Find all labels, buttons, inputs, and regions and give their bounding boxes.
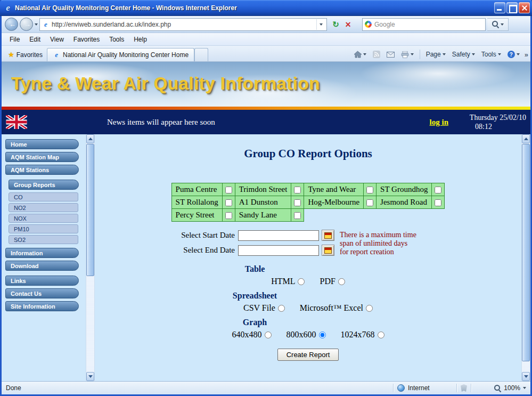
create-report-button[interactable]: Create Report — [277, 349, 339, 361]
sidebar-item-no2[interactable]: NO2 — [9, 203, 78, 212]
sidebar-item-co[interactable]: CO — [9, 192, 78, 201]
security-zone[interactable]: Internet — [397, 384, 453, 392]
menu-file[interactable]: File — [5, 34, 24, 45]
maximize-button[interactable] — [506, 2, 518, 13]
sidebar-item-group-reports[interactable]: Group Reports — [9, 180, 79, 190]
home-button[interactable] — [352, 50, 368, 59]
stop-button[interactable]: ✕ — [342, 18, 354, 30]
feeds-button[interactable] — [371, 50, 382, 59]
excel-radio[interactable] — [366, 305, 373, 312]
overflow-chevron-icon[interactable]: » — [525, 51, 528, 59]
start-date-input[interactable] — [238, 230, 319, 241]
option-pdf[interactable]: PDF — [320, 277, 345, 286]
scroll-track[interactable] — [522, 143, 530, 372]
tab-current-page[interactable]: e National Air Quality Monitoring Center… — [47, 48, 194, 61]
option-csv[interactable]: CSV File — [243, 303, 285, 312]
sidebar-item-links[interactable]: Links — [5, 276, 79, 286]
sidebar-item-aqm-station-map[interactable]: AQM Station Map — [5, 152, 79, 162]
size-1024-radio[interactable] — [378, 332, 384, 338]
safety-menu-button[interactable]: Safety — [451, 50, 477, 59]
chevron-down-icon — [472, 53, 475, 55]
station-checkbox-puma-centre[interactable] — [225, 187, 232, 193]
scroll-thumb[interactable] — [86, 144, 94, 276]
pdf-radio[interactable] — [338, 278, 345, 285]
size-640-radio[interactable] — [265, 332, 272, 338]
scroll-down-button[interactable] — [86, 372, 94, 381]
search-input[interactable] — [372, 20, 483, 29]
new-tab-stub[interactable] — [194, 48, 208, 61]
scroll-up-button[interactable] — [86, 134, 94, 143]
sidebar-item-nox[interactable]: NOX — [9, 214, 78, 223]
station-checkbox-hog-melbourne[interactable] — [366, 199, 373, 206]
station-checkbox-trimdon-street[interactable] — [294, 187, 301, 193]
size-800-radio[interactable] — [319, 332, 326, 338]
url-input[interactable] — [50, 20, 316, 29]
chevron-down-icon — [517, 53, 520, 55]
zoom-control[interactable]: 100% — [475, 384, 526, 392]
address-dropdown-button[interactable] — [316, 19, 325, 30]
menu-bar: File Edit View Favorites Tools Help — [2, 33, 530, 46]
option-excel[interactable]: Microsoft™ Excel — [300, 303, 373, 312]
csv-radio[interactable] — [278, 305, 285, 312]
station-checkbox-st-rollalong[interactable] — [225, 199, 232, 206]
menu-edit[interactable]: Edit — [24, 34, 45, 45]
sidebar-item-contact-us[interactable]: Contact Us — [5, 288, 79, 298]
sidebar-item-so2[interactable]: SO2 — [9, 235, 78, 244]
separator — [456, 384, 457, 392]
sidebar-item-download[interactable]: Download — [5, 261, 79, 271]
scroll-track[interactable] — [86, 143, 94, 372]
station-checkbox-st-groundhog[interactable] — [435, 187, 441, 193]
back-button[interactable]: ← — [5, 18, 18, 31]
option-html[interactable]: HTML — [271, 277, 305, 286]
chevron-down-icon — [411, 53, 414, 55]
end-date-calendar-button[interactable] — [322, 245, 334, 256]
menu-view[interactable]: View — [45, 34, 69, 45]
option-1024x768[interactable]: 1024x768 — [341, 330, 384, 339]
sidebar-scrollbar[interactable] — [86, 134, 95, 381]
station-checkbox-percy-street[interactable] — [225, 212, 232, 219]
scroll-up-button[interactable] — [522, 134, 530, 143]
sidebar-item-home[interactable]: Home — [5, 139, 79, 149]
start-date-calendar-button[interactable] — [322, 230, 334, 241]
close-button[interactable] — [519, 2, 530, 13]
back-arrow-icon: ← — [9, 22, 14, 27]
page-scrollbar[interactable] — [521, 134, 530, 381]
chevron-down-icon — [363, 53, 366, 55]
menu-tools[interactable]: Tools — [104, 34, 129, 45]
favorites-button[interactable]: ★ Favorites — [4, 49, 47, 61]
window-controls — [494, 2, 530, 13]
scroll-thumb[interactable] — [522, 144, 530, 361]
page-menu-button[interactable]: Page — [424, 50, 447, 59]
station-checkbox-tyne-and-wear[interactable] — [366, 187, 373, 193]
feed-icon — [373, 51, 380, 58]
current-date: Thursday 25/02/10 — [456, 113, 526, 123]
status-text: Done — [6, 384, 21, 392]
menu-favorites[interactable]: Favorites — [69, 34, 104, 45]
sidebar-item-pm10[interactable]: PM10 — [9, 224, 78, 233]
sidebar-item-site-information[interactable]: Site Information — [5, 301, 79, 311]
option-800x600[interactable]: 800x600 — [287, 330, 326, 339]
help-menu-button[interactable]: ? — [506, 50, 521, 59]
tools-menu-button[interactable]: Tools — [480, 50, 503, 59]
print-button[interactable] — [399, 50, 415, 59]
history-dropdown-icon[interactable] — [35, 23, 38, 26]
scroll-down-button[interactable] — [522, 372, 530, 381]
station-checkbox-sandy-lane[interactable] — [294, 212, 301, 219]
refresh-button[interactable]: ↻ — [330, 18, 342, 30]
minimize-button[interactable] — [494, 2, 505, 13]
forward-button[interactable]: → — [20, 18, 33, 31]
page-favicon: e — [42, 20, 50, 29]
sidebar-item-information[interactable]: Information — [5, 248, 79, 258]
html-radio[interactable] — [298, 278, 305, 285]
login-link[interactable]: log in — [430, 118, 448, 127]
option-640x480[interactable]: 640x480 — [232, 330, 272, 339]
menu-help[interactable]: Help — [129, 34, 152, 45]
tab-favicon: e — [53, 51, 60, 59]
station-checkbox-a1-dunston[interactable] — [294, 199, 301, 206]
sidebar-item-aqm-stations[interactable]: AQM Stations — [5, 165, 79, 175]
read-mail-button[interactable] — [385, 51, 396, 59]
station-checkbox-jesmond-road[interactable] — [435, 199, 441, 206]
search-button[interactable] — [487, 18, 509, 31]
end-date-input[interactable] — [238, 245, 319, 256]
tabs-bar: ★ Favorites e National Air Quality Monit… — [2, 46, 530, 62]
